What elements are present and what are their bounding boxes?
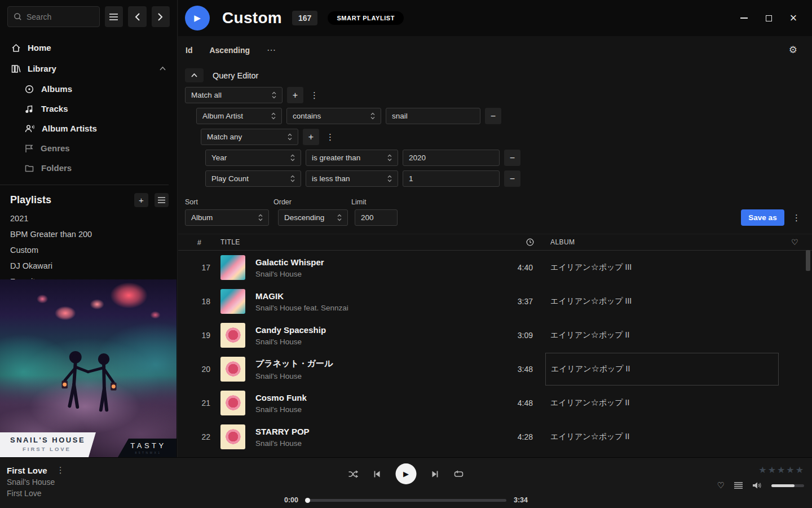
- save-menu-button[interactable]: ⋮: [790, 213, 803, 223]
- star-icon[interactable]: ★: [786, 465, 795, 475]
- table-row[interactable]: 17 Galactic Whisper Snail's House 4:40 エ…: [178, 251, 812, 284]
- rule-operator-select[interactable]: contains: [286, 108, 381, 124]
- track-album[interactable]: エイリアン☆ポップ III: [545, 251, 779, 284]
- playlist-item[interactable]: 2021: [0, 211, 177, 226]
- sidebar-item-album-artists[interactable]: Album Artists: [14, 119, 177, 138]
- forward-button[interactable]: [152, 6, 170, 27]
- sort-order-button[interactable]: Ascending: [209, 46, 250, 55]
- menu-button[interactable]: [105, 6, 123, 27]
- now-playing-menu-button[interactable]: ⋮: [54, 465, 67, 475]
- search-box[interactable]: [7, 6, 100, 27]
- remove-rule-button[interactable]: −: [485, 108, 501, 124]
- playlist-view-button[interactable]: [155, 193, 169, 207]
- rule-value-input[interactable]: [403, 170, 500, 187]
- star-icon[interactable]: ★: [796, 465, 804, 475]
- smart-playlist-badge: SMART PLAYLIST: [328, 11, 404, 25]
- group-match-mode-select[interactable]: Match any: [201, 129, 298, 145]
- rule-group-menu-button[interactable]: ⋮: [324, 132, 337, 142]
- rule-group-menu-button[interactable]: ⋮: [308, 90, 321, 100]
- track-title: MAGIK: [255, 291, 497, 301]
- seek-bar[interactable]: [306, 499, 506, 502]
- table-row[interactable]: 21 Cosmo Funk Snail's House 4:48 エイリアン☆ポ…: [178, 386, 812, 420]
- previous-button[interactable]: [373, 470, 381, 478]
- queue-button[interactable]: [734, 482, 743, 489]
- add-playlist-button[interactable]: +: [134, 193, 148, 207]
- track-album[interactable]: エイリアン☆ポップ III: [545, 285, 779, 318]
- sidebar-item-albums[interactable]: Albums: [14, 79, 177, 99]
- rule-field-select[interactable]: Play Count: [205, 170, 301, 187]
- scrollbar-thumb[interactable]: [806, 250, 810, 271]
- favorite-button[interactable]: ♡: [717, 480, 725, 491]
- table-row[interactable]: 19 Candy Spaceship Snail's House 3:09 エイ…: [178, 318, 812, 352]
- player-right: ★ ★ ★ ★ ★ ♡: [717, 465, 804, 491]
- total-time: 3:34: [514, 496, 533, 504]
- play-playlist-button[interactable]: ▶: [185, 6, 210, 30]
- remove-rule-button[interactable]: −: [504, 170, 520, 187]
- sidebar-item-label: Genres: [41, 143, 70, 153]
- star-icon[interactable]: ★: [777, 465, 785, 475]
- sidebar-item-genres[interactable]: Genres: [14, 138, 177, 158]
- add-rule-button[interactable]: +: [287, 87, 303, 103]
- rule-operator-select[interactable]: is less than: [306, 170, 398, 187]
- volume-icon[interactable]: [752, 481, 762, 489]
- match-mode-select[interactable]: Match all: [185, 87, 283, 103]
- rule-field-select[interactable]: Album Artist: [196, 108, 282, 124]
- artist-icon: [25, 124, 34, 133]
- rule-value-input[interactable]: [403, 150, 500, 166]
- sort-select[interactable]: Album: [185, 209, 269, 226]
- search-input[interactable]: [27, 12, 89, 21]
- remove-rule-button[interactable]: −: [504, 150, 520, 166]
- star-icon[interactable]: ★: [758, 465, 767, 475]
- select-value: Match all: [191, 91, 222, 99]
- sidebar-item-folders[interactable]: Folders: [14, 158, 177, 178]
- back-button[interactable]: [128, 6, 146, 27]
- next-button[interactable]: [431, 470, 439, 478]
- column-duration[interactable]: [497, 238, 536, 246]
- track-album[interactable]: エイリアン☆ポップ II: [545, 387, 779, 419]
- volume-slider[interactable]: [771, 484, 804, 487]
- column-favorite[interactable]: ♡: [779, 238, 812, 247]
- track-duration: 3:48: [497, 365, 536, 374]
- rule-field-select[interactable]: Year: [205, 150, 301, 166]
- column-title[interactable]: TITLE: [220, 238, 497, 246]
- seek-knob[interactable]: [305, 498, 310, 503]
- repeat-button[interactable]: [454, 470, 464, 478]
- sort-field-button[interactable]: Id: [186, 46, 192, 55]
- rule-value-input[interactable]: [386, 108, 480, 124]
- track-number: 17: [178, 263, 220, 272]
- play-pause-button[interactable]: ▶: [396, 463, 417, 484]
- close-button[interactable]: ×: [785, 10, 802, 27]
- rule-operator-select[interactable]: is greater than: [306, 150, 398, 166]
- sidebar-item-home[interactable]: Home: [0, 37, 177, 58]
- settings-gear-button[interactable]: ⚙: [789, 44, 805, 56]
- sidebar-item-library[interactable]: Library: [0, 58, 177, 79]
- minimize-button[interactable]: [735, 10, 752, 27]
- playlist-item[interactable]: BPM Greater than 200: [0, 226, 177, 242]
- more-options-button[interactable]: ⋯: [267, 45, 277, 55]
- track-album[interactable]: エイリアン☆ポップ II: [545, 353, 779, 386]
- save-as-button[interactable]: Save as: [741, 209, 784, 226]
- limit-input[interactable]: [355, 209, 398, 226]
- column-album[interactable]: ALBUM: [545, 238, 779, 246]
- track-artist: Snail's House: [255, 405, 497, 414]
- table-row[interactable]: 18 MAGIK Snail's House feat. Sennzai 3:3…: [178, 284, 812, 318]
- track-album[interactable]: エイリアン☆ポップ II: [545, 421, 779, 452]
- sidebar-item-tracks[interactable]: Tracks: [14, 99, 177, 119]
- add-rule-button[interactable]: +: [303, 129, 319, 145]
- playlist-item[interactable]: Custom: [0, 242, 177, 258]
- playlist-item[interactable]: DJ Okawari: [0, 258, 177, 274]
- order-select[interactable]: Descending: [278, 209, 348, 226]
- column-index[interactable]: #: [178, 238, 220, 247]
- shuffle-button[interactable]: [348, 470, 359, 478]
- track-album[interactable]: エイリアン☆ポップ II: [545, 319, 779, 352]
- rating-stars[interactable]: ★ ★ ★ ★ ★: [758, 465, 804, 475]
- star-icon[interactable]: ★: [768, 465, 776, 475]
- sort-label: Sort: [185, 198, 269, 206]
- table-row[interactable]: 22 STARRY POP Snail's House 4:28 エイリアン☆ポ…: [178, 420, 812, 452]
- table-row[interactable]: 20 プラネット・ガール Snail's House 3:48 エイリアン☆ポッ…: [178, 352, 812, 386]
- collapse-query-editor-button[interactable]: [185, 68, 204, 82]
- chevron-up-icon: [160, 67, 166, 71]
- maximize-button[interactable]: [760, 10, 777, 27]
- album-cover-art[interactable]: SNAIL'S HOUSE FIRST LOVE TASTY 85TNMX1: [0, 279, 176, 457]
- track-info: STARRY POP Snail's House: [255, 427, 497, 448]
